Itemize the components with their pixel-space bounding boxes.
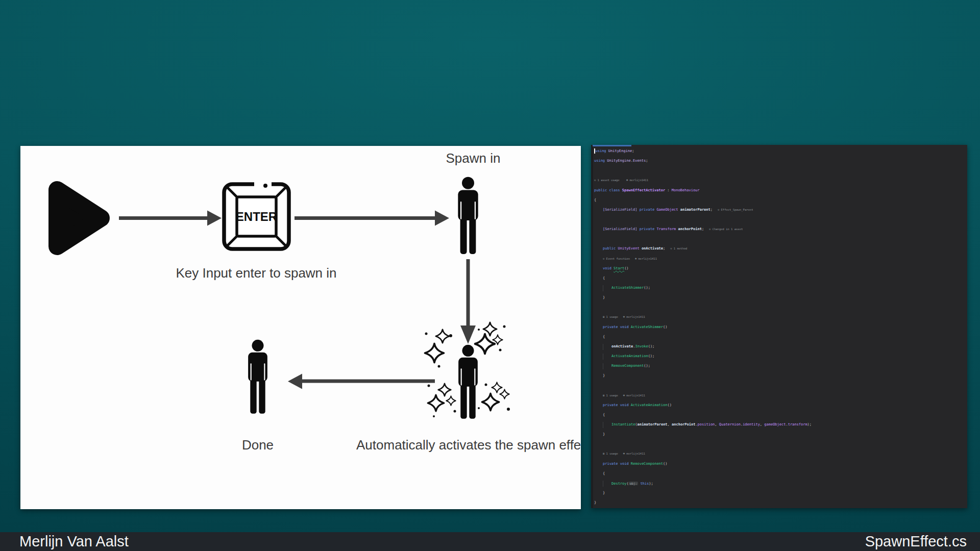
code-line[interactable]: private void RemoveComponent() (591, 459, 967, 469)
code-line[interactable]: public class SpawnEffectActivator : Mono… (591, 186, 967, 195)
code-line[interactable]: [SerializeField] private Transform ancho… (591, 224, 967, 234)
code-line[interactable]: void Start() (591, 264, 967, 273)
code-line[interactable]: { (591, 332, 967, 342)
code-line[interactable]: Destroy(obj: this); (591, 479, 967, 488)
label-key-input: Key Input enter to spawn in (154, 265, 358, 281)
label-spawn-in: Spawn in (397, 151, 550, 166)
enter-key-icon: ENTER (224, 181, 289, 249)
code-line[interactable]: ⊞ 1 usage ☻ merlijn1411 (591, 312, 967, 322)
label-auto-activate: Automatically activates the spawn effect (356, 437, 581, 453)
code-line[interactable]: { (591, 410, 967, 420)
arrow-right-2 (295, 211, 449, 226)
code-line[interactable]: private void ActivateShimmer() (591, 322, 967, 332)
sparkle-cluster-top-left (425, 330, 453, 368)
code-line[interactable]: RemoveComponent(); (591, 361, 967, 371)
code-line[interactable] (591, 215, 967, 224)
file-name: SpawnEffect.cs (865, 532, 967, 551)
code-line[interactable]: { (591, 273, 967, 283)
author-name: Merlijn Van Aalst (19, 532, 129, 551)
code-line[interactable]: { (591, 195, 967, 205)
code-line[interactable]: } (591, 371, 967, 381)
code-editor[interactable]: using UnityEngine;using UnityEngine.Even… (591, 145, 967, 508)
code-line[interactable]: using UnityEngine.Events; (591, 156, 967, 166)
arrow-right-1 (119, 211, 222, 226)
person-icon-done (248, 340, 267, 414)
enter-key-label: ENTER (236, 210, 277, 223)
code-line[interactable]: ⊞ 1 usage ☻ merlijn1411 (591, 449, 967, 459)
code-line[interactable]: ⊙ Event function ☻ merlijn1411 (591, 254, 967, 264)
code-line[interactable]: } (591, 430, 967, 439)
code-line[interactable]: } (591, 293, 967, 303)
sparkle-cluster-bottom-left (428, 384, 456, 417)
text-caret (594, 148, 595, 154)
person-icon-spawn-effect (458, 345, 478, 419)
arrow-down (460, 259, 476, 344)
code-line[interactable]: [SerializeField] private GameObject anim… (591, 205, 967, 215)
code-line[interactable]: ⊞ 1 usage ☻ merlijn1411 (591, 391, 967, 400)
code-line[interactable]: ActivateShimmer(); (591, 283, 967, 293)
sparkle-cluster-top-right (475, 322, 506, 354)
person-icon-spawn-in (458, 177, 478, 254)
code-line[interactable]: ⊙ 1 asset usage ☻ merlijn1411 (591, 176, 967, 185)
code-line[interactable] (591, 381, 967, 390)
code-line[interactable] (591, 166, 967, 176)
flowchart-panel: ENTER (20, 146, 581, 509)
code-line[interactable]: Instantiate(animatorParent, anchorPoint.… (591, 420, 967, 430)
code-line[interactable]: private void ActivateAnimation() (591, 400, 967, 410)
arrow-left (288, 374, 435, 389)
code-line[interactable]: { (591, 469, 967, 479)
label-done: Done (207, 437, 309, 453)
code-line[interactable] (591, 303, 967, 312)
code-line[interactable]: using UnityEngine; (591, 146, 967, 156)
code-line[interactable]: } (591, 488, 967, 498)
code-line[interactable] (591, 439, 967, 449)
code-line[interactable]: } (591, 498, 967, 508)
code-line[interactable]: ActivateAnimation(); (591, 352, 967, 361)
code-line[interactable] (591, 234, 967, 244)
flowchart-art: ENTER (20, 146, 581, 509)
sparkle-cluster-bottom-right (478, 382, 510, 411)
code-editor-lines[interactable]: using UnityEngine;using UnityEngine.Even… (591, 146, 967, 508)
play-icon (57, 190, 101, 246)
footer-bar: Merlijn Van Aalst SpawnEffect.cs (0, 532, 980, 551)
code-line[interactable]: public UnityEvent onActivate; ⊙ 1 method (591, 244, 967, 254)
code-line[interactable]: onActivate.Invoke(); (591, 342, 967, 352)
